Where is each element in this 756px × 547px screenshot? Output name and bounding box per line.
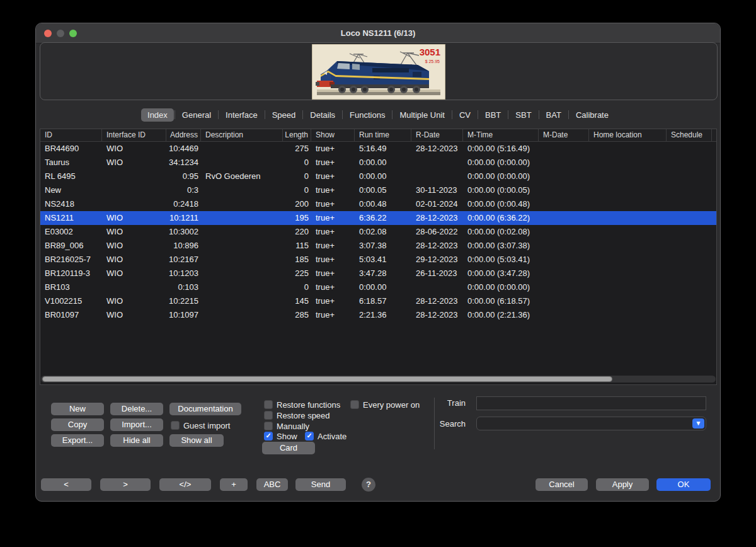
model-number-label: 3051	[420, 47, 440, 57]
guest-import-checkbox[interactable]	[171, 421, 180, 430]
table-row-taurus[interactable]: TaurusWIO34:12340true+0:00.000:00.00 (0:…	[40, 156, 716, 170]
abc-button[interactable]: ABC	[256, 478, 288, 491]
column-header-show[interactable]: Show	[311, 129, 355, 141]
cell-m-time: 0:00.00 (3:07.38)	[463, 239, 539, 253]
table-row-br01097[interactable]: BR01097WIO10:1097285true+2:21.3628-12-20…	[40, 308, 716, 322]
manually-checkbox[interactable]	[264, 422, 273, 430]
prev-button[interactable]: <	[41, 478, 91, 491]
show-checkbox[interactable]	[264, 432, 273, 440]
cell-show: true+	[311, 142, 355, 156]
tab-general[interactable]: General	[176, 108, 217, 122]
copy-button[interactable]: Copy	[51, 418, 104, 431]
cell-home-location	[589, 142, 667, 156]
tab-index[interactable]: Index	[141, 108, 174, 122]
column-header-m-time[interactable]: M-Time	[463, 129, 539, 141]
delete-button[interactable]: Delete...	[110, 403, 163, 415]
import-button[interactable]: Import...	[110, 418, 163, 431]
column-header-home-location[interactable]: Home location	[589, 129, 667, 141]
table-row-ns2418[interactable]: NS24180:2418200true+0:00.4802-01-20240:0…	[40, 197, 716, 211]
column-header-schedule[interactable]: Schedule	[667, 129, 712, 141]
cell-show: true+	[311, 183, 355, 197]
tab-functions[interactable]: Functions	[343, 108, 391, 122]
title-bar[interactable]: Loco NS1211 (6/13)	[36, 23, 720, 43]
table-row-br216025-7[interactable]: BR216025-7WIO10:2167185true+5:03.4129-12…	[40, 253, 716, 267]
tab-bat[interactable]: BAT	[540, 108, 568, 122]
send-button[interactable]: Send	[295, 478, 346, 491]
cell-id: NS2418	[40, 197, 102, 211]
cell-r-date	[411, 280, 463, 294]
next-button[interactable]: >	[100, 478, 151, 491]
cell-interface-id: WIO	[102, 294, 166, 308]
cell-show: true+	[311, 239, 355, 253]
show-all-button[interactable]: Show all	[169, 434, 224, 447]
column-header-description[interactable]: Description	[201, 129, 283, 141]
horizontal-scrollbar-track[interactable]	[41, 376, 716, 383]
table-row-br120119-3[interactable]: BR120119-3WIO10:1203225true+3:47.2826-11…	[40, 267, 716, 280]
cell-m-time: 0:00.00 (5:03.41)	[463, 253, 539, 267]
column-header-length[interactable]: Length	[283, 129, 311, 141]
cell-r-date: 28-12-2023	[411, 211, 463, 225]
table-row-ns1211[interactable]: NS1211WIO10:1211195true+6:36.2228-12-202…	[40, 211, 716, 225]
column-header-r-date[interactable]: R-Date	[411, 129, 463, 141]
cell-run-time: 0:02.08	[355, 225, 411, 239]
plus-button[interactable]: +	[220, 478, 248, 491]
column-header-m-date[interactable]: M-Date	[539, 129, 589, 141]
table-row-rl-6495[interactable]: RL 64950:95RvO Goederen0true+0:00.000:00…	[40, 170, 716, 183]
restore-speed-checkbox[interactable]	[264, 411, 273, 420]
cell-m-date	[539, 267, 589, 280]
ok-button[interactable]: OK	[656, 478, 711, 491]
cell-length: 200	[283, 197, 311, 211]
cell-m-time: 0:00.00 (0:00.00)	[463, 156, 539, 170]
column-header-run-time[interactable]: Run time	[355, 129, 411, 141]
column-header-id[interactable]: ID	[40, 129, 102, 141]
tab-calibrate[interactable]: Calibrate	[570, 108, 615, 122]
cell-length: 195	[283, 211, 311, 225]
help-button[interactable]: ?	[362, 478, 375, 492]
documentation-button[interactable]: Documentation	[169, 403, 241, 415]
activate-checkbox[interactable]	[305, 432, 314, 440]
cell-interface-id: WIO	[102, 156, 166, 170]
horizontal-scrollbar-thumb[interactable]	[42, 376, 612, 382]
tab-separator	[265, 110, 265, 119]
loco-image-panel: 3051 $ 25.95	[40, 42, 718, 100]
every-power-on-checkbox[interactable]	[350, 400, 359, 409]
cell-run-time: 0:00.00	[355, 280, 411, 294]
cell-length: 0	[283, 183, 311, 197]
apply-button[interactable]: Apply	[596, 478, 649, 491]
tab-details[interactable]: Details	[304, 108, 341, 122]
column-header-interface-id[interactable]: Interface ID	[102, 129, 166, 141]
cell-m-date	[539, 225, 589, 239]
hide-all-button[interactable]: Hide all	[110, 434, 163, 447]
cell-run-time: 6:18.57	[355, 294, 411, 308]
train-input[interactable]	[476, 396, 706, 410]
tab-bbt[interactable]: BBT	[479, 108, 507, 122]
tab-separator	[342, 110, 343, 119]
table-row-br89-006[interactable]: BR89_006WIO10:896115true+3:07.3828-12-20…	[40, 239, 716, 253]
card-button[interactable]: Card	[262, 442, 315, 454]
cancel-button[interactable]: Cancel	[536, 478, 588, 491]
search-dropdown[interactable]: ▼	[476, 417, 706, 430]
tab-sbt[interactable]: SBT	[509, 108, 537, 122]
cell-interface-id: WIO	[102, 239, 166, 253]
code-button[interactable]: </>	[159, 478, 211, 491]
table-row-br103[interactable]: BR1030:1030true+0:00.000:00.00 (0:00.00)	[40, 280, 716, 294]
column-header-address[interactable]: Address	[166, 129, 201, 141]
cell-address: 10:1203	[166, 267, 201, 280]
new-button[interactable]: New	[51, 403, 104, 415]
cell-id: V1002215	[40, 294, 102, 308]
tab-cv[interactable]: CV	[453, 108, 477, 122]
export-button[interactable]: Export...	[51, 434, 104, 447]
table-row-e03002[interactable]: E03002WIO10:3002220true+0:02.0828-06-202…	[40, 225, 716, 239]
cell-run-time: 0:00.48	[355, 197, 411, 211]
cell-show: true+	[311, 197, 355, 211]
chevron-down-icon[interactable]: ▼	[692, 418, 704, 429]
cell-home-location	[589, 197, 667, 211]
table-row-v1002215[interactable]: V1002215WIO10:2215145true+6:18.5728-12-2…	[40, 294, 716, 308]
tab-interface[interactable]: Interface	[219, 108, 264, 122]
cell-length: 0	[283, 156, 311, 170]
tab-multiple-unit[interactable]: Multiple Unit	[393, 108, 451, 122]
table-row-br44690[interactable]: BR44690WIO10:4469275true+5:16.4928-12-20…	[40, 142, 716, 156]
restore-functions-checkbox[interactable]	[264, 400, 273, 409]
tab-speed[interactable]: Speed	[266, 108, 302, 122]
table-row-new[interactable]: New0:30true+0:00.0530-11-20230:00.00 (0:…	[40, 183, 716, 197]
